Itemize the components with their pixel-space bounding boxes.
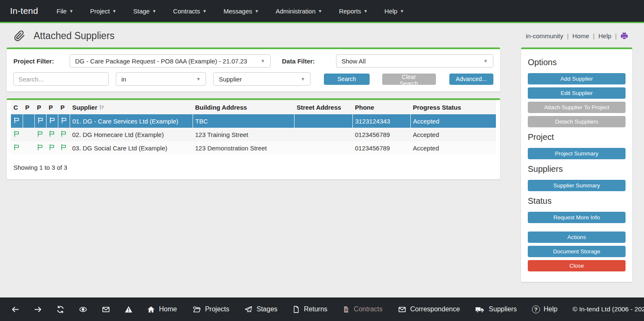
actions-button[interactable]: Actions <box>528 232 626 243</box>
chevron-down-icon: ▼ <box>400 9 404 13</box>
footer-nav-suppliers[interactable]: Suppliers <box>475 305 517 313</box>
chevron-down-icon: ▼ <box>483 58 488 63</box>
chevron-down-icon: ▼ <box>261 58 265 63</box>
footer-nav-correspondence[interactable]: Correspondence <box>398 305 460 313</box>
brand-logo[interactable]: In-tend <box>10 6 38 16</box>
col-header-p1[interactable]: P <box>23 100 34 114</box>
footer-nav-projects[interactable]: Projects <box>192 305 229 313</box>
flag-icon[interactable] <box>37 144 43 150</box>
data-filter-label: Data Filter: <box>282 58 336 65</box>
sidebar-heading-options: Options <box>528 58 626 67</box>
breadcrumb-site-link[interactable]: in-community <box>526 32 563 39</box>
footer-nav-label: Home <box>159 305 177 313</box>
cell-street-address <box>294 141 352 155</box>
menu-help-label: Help <box>384 8 397 15</box>
file-icon <box>292 305 300 313</box>
col-header-phone[interactable]: Phone <box>352 100 410 114</box>
menu-administration[interactable]: Administration▼ <box>276 8 322 15</box>
footer-nav-contracts-active[interactable]: Contracts <box>342 305 382 313</box>
page-title: Attached Suppliers <box>34 30 115 42</box>
detach-suppliers-button[interactable]: Detach Suppliers <box>528 116 626 127</box>
menu-contracts[interactable]: Contracts▼ <box>173 8 207 15</box>
flag-icon[interactable] <box>61 117 67 124</box>
document-storage-button[interactable]: Document Storage <box>528 246 626 257</box>
menu-reports[interactable]: Reports▼ <box>339 8 368 15</box>
alerts-button[interactable] <box>124 305 133 313</box>
flag-icon[interactable] <box>13 131 20 137</box>
suppliers-table-panel: C P P P P Supplier Building Address Stre… <box>7 98 500 179</box>
search-scope-select[interactable]: in ▼ <box>116 72 206 86</box>
footer-nav-label: Projects <box>205 305 229 313</box>
preview-button[interactable] <box>78 305 88 313</box>
cell-street-address <box>294 128 352 141</box>
attach-supplier-to-project-button[interactable]: Attach Supplier To Project <box>528 102 626 113</box>
mail-button[interactable] <box>102 305 110 313</box>
flag-icon[interactable] <box>13 117 20 124</box>
footer-nav-help[interactable]: ?Help <box>532 305 558 313</box>
col-header-c[interactable]: C <box>11 100 23 114</box>
chevron-down-icon: ▼ <box>69 9 73 13</box>
table-row-supplier-2[interactable]: 02. DG Homecare Ltd (Example) 123 Traini… <box>11 128 496 141</box>
project-summary-button[interactable]: Project Summary <box>528 148 626 159</box>
back-button[interactable] <box>11 305 20 313</box>
flag-icon[interactable] <box>13 144 20 150</box>
flag-icon[interactable] <box>49 131 55 137</box>
project-filter-label: Project Filter: <box>13 58 70 65</box>
footer-nav-home[interactable]: Home <box>147 305 177 313</box>
col-header-building-address[interactable]: Building Address <box>193 100 294 114</box>
clear-search-button[interactable]: Clear Search <box>382 74 436 85</box>
menu-help[interactable]: Help▼ <box>384 8 404 15</box>
col-header-supplier[interactable]: Supplier <box>70 100 193 114</box>
search-field-select[interactable]: Supplier ▼ <box>213 72 310 86</box>
request-more-info-button[interactable]: Request More Info <box>528 212 626 223</box>
edit-supplier-button[interactable]: Edit Supplier <box>528 87 626 99</box>
search-button[interactable]: Search <box>324 74 369 85</box>
data-filter-select[interactable]: Show All ▼ <box>336 54 493 68</box>
menu-file[interactable]: File▼ <box>57 8 73 15</box>
refresh-button[interactable] <box>56 305 65 313</box>
forward-button[interactable] <box>34 305 42 313</box>
table-header-row: C P P P P Supplier Building Address Stre… <box>11 100 496 114</box>
search-input[interactable] <box>13 72 109 86</box>
flag-icon[interactable] <box>37 131 43 137</box>
add-supplier-button[interactable]: Add Supplier <box>528 73 626 84</box>
advanced-button[interactable]: Advanced... <box>449 74 493 85</box>
breadcrumb-separator: | <box>615 32 617 39</box>
bottom-toolbar: Home Projects Stages Returns Contracts C… <box>0 297 644 321</box>
cell-progress-status: Accepted <box>410 114 496 128</box>
flag-icon[interactable] <box>60 131 67 137</box>
col-header-p2[interactable]: P <box>34 100 46 114</box>
menu-messages[interactable]: Messages▼ <box>224 8 259 15</box>
chevron-down-icon: ▼ <box>112 9 117 13</box>
arrow-right-icon <box>34 305 42 313</box>
chevron-down-icon: ▼ <box>363 9 368 13</box>
breadcrumb-home-link[interactable]: Home <box>572 32 589 39</box>
chevron-down-icon: ▼ <box>152 9 156 13</box>
footer-nav-stages[interactable]: Stages <box>244 305 277 313</box>
footer-nav-returns[interactable]: Returns <box>292 305 327 313</box>
supplier-summary-button[interactable]: Supplier Summary <box>528 180 626 191</box>
menu-stage[interactable]: Stage▼ <box>133 8 156 15</box>
menu-project-label: Project <box>90 8 110 15</box>
close-button[interactable]: Close <box>528 260 626 271</box>
flag-icon[interactable] <box>49 117 55 124</box>
col-header-p4[interactable]: P <box>58 100 70 114</box>
filter-panel: Project Filter: DG - Care Package Reques… <box>7 47 500 92</box>
breadcrumb-help-link[interactable]: Help <box>598 32 611 39</box>
cell-building-address: 123 Demonstration Street <box>193 141 294 155</box>
flag-icon[interactable] <box>60 144 67 150</box>
col-header-p3[interactable]: P <box>46 100 58 114</box>
col-header-street-address[interactable]: Street Address <box>294 100 352 114</box>
printer-icon <box>621 32 628 39</box>
table-row-supplier-3[interactable]: 03. DG Social Care Ltd (Example) 123 Dem… <box>11 141 496 155</box>
envelope-icon <box>102 305 110 313</box>
flag-icon[interactable] <box>37 117 44 124</box>
menu-project[interactable]: Project▼ <box>90 8 117 15</box>
print-button[interactable] <box>621 32 628 39</box>
refresh-icon <box>56 305 65 313</box>
col-header-progress-status[interactable]: Progress Status <box>410 100 496 114</box>
table-row-supplier-1-selected[interactable]: 01. DG - Care Services Ltd (Example) TBC… <box>11 114 496 128</box>
flag-icon[interactable] <box>49 144 55 150</box>
chevron-down-icon: ▼ <box>203 9 207 13</box>
project-filter-select[interactable]: DG - Care Package Request - PO8 0AA (Exa… <box>70 54 271 68</box>
